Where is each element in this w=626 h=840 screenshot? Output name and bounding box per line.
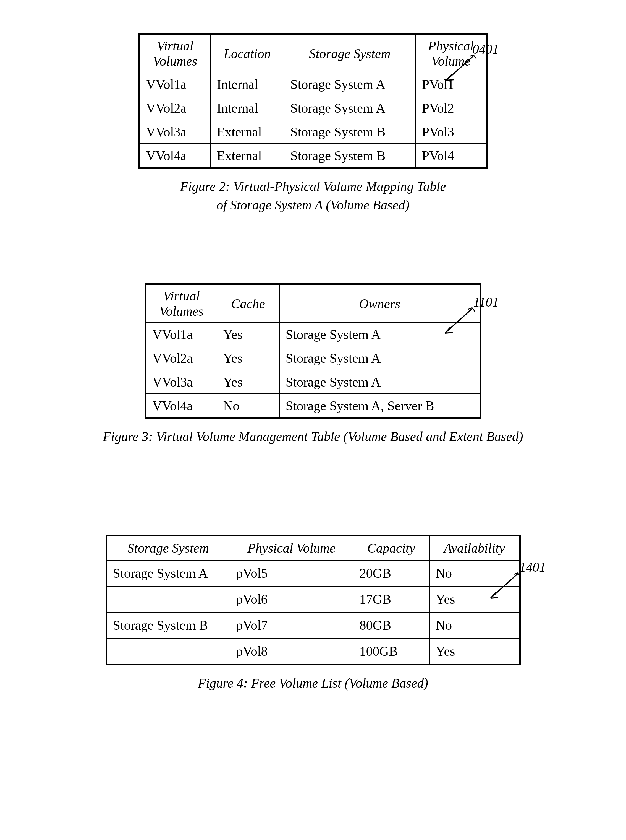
caption-line: of Storage System A (Volume Based) <box>216 198 409 212</box>
figure-4-caption: Figure 4: Free Volume List (Volume Based… <box>33 674 593 692</box>
figure-2-caption: Figure 2: Virtual-Physical Volume Mappin… <box>33 177 593 214</box>
cell: Internal <box>211 72 284 96</box>
cell: No <box>429 612 520 638</box>
cell: Storage System A <box>279 346 480 370</box>
cell: No <box>429 560 520 586</box>
table-row: VVol4a No Storage System A, Server B <box>146 394 480 418</box>
cell: VVol1a <box>146 322 217 346</box>
cell: Storage System B <box>106 612 230 638</box>
cell: 100GB <box>353 638 429 665</box>
table-row: VVol1a Yes Storage System A <box>146 322 480 346</box>
table-row: VVol3a Yes Storage System A <box>146 370 480 394</box>
cell: Yes <box>217 346 279 370</box>
cell: Yes <box>217 322 279 346</box>
col-header: Owners <box>279 284 480 322</box>
table-header-row: Virtual Volumes Location Storage System … <box>139 34 487 72</box>
table-row: Storage System B pVol7 80GB No <box>106 612 520 638</box>
cell: VVol3a <box>139 120 211 144</box>
cell: Storage System A, Server B <box>279 394 480 418</box>
cell: pVol6 <box>230 586 353 612</box>
cell: Storage System A <box>284 72 416 96</box>
col-header: Storage System <box>106 535 230 560</box>
table-row: VVol2a Yes Storage System A <box>146 346 480 370</box>
col-header: Location <box>211 34 284 72</box>
cell: VVol3a <box>146 370 217 394</box>
figure-4-table: Storage System Physical Volume Capacity … <box>106 535 521 666</box>
cell: pVol5 <box>230 560 353 586</box>
cell: External <box>211 144 284 168</box>
col-header: Storage System <box>284 34 416 72</box>
cell: 80GB <box>353 612 429 638</box>
cell: Yes <box>429 586 520 612</box>
cell: pVol8 <box>230 638 353 665</box>
cell: Yes <box>217 370 279 394</box>
cell <box>106 638 230 665</box>
cell: Yes <box>429 638 520 665</box>
cell: External <box>211 120 284 144</box>
figure-4-ref-label: 1401 <box>519 559 546 575</box>
cell: VVol4a <box>146 394 217 418</box>
cell: Storage System B <box>284 120 416 144</box>
cell: VVol2a <box>139 96 211 120</box>
cell <box>106 586 230 612</box>
cell: PVol2 <box>416 96 487 120</box>
col-header: Cache <box>217 284 279 322</box>
figure-2-block: Virtual Volumes Location Storage System … <box>33 33 593 214</box>
cell: VVol2a <box>146 346 217 370</box>
table-row: VVol3a External Storage System B PVol3 <box>139 120 487 144</box>
col-header: Virtual Volumes <box>139 34 211 72</box>
table-row: VVol1a Internal Storage System A PVol1 <box>139 72 487 96</box>
cell: Storage System B <box>284 144 416 168</box>
figure-3-table: Virtual Volumes Cache Owners VVol1a Yes … <box>145 283 482 419</box>
cell: 20GB <box>353 560 429 586</box>
cell: PVol1 <box>416 72 487 96</box>
table-header-row: Storage System Physical Volume Capacity … <box>106 535 520 560</box>
table-row: pVol8 100GB Yes <box>106 638 520 665</box>
cell: Storage System A <box>284 96 416 120</box>
figure-3-block: Virtual Volumes Cache Owners VVol1a Yes … <box>33 283 593 446</box>
cell: Storage System A <box>106 560 230 586</box>
figure-3-caption: Figure 3: Virtual Volume Management Tabl… <box>33 427 593 446</box>
table-row: VVol2a Internal Storage System A PVol2 <box>139 96 487 120</box>
cell: Storage System A <box>279 322 480 346</box>
caption-line: Figure 2: Virtual-Physical Volume Mappin… <box>180 179 446 194</box>
cell: Storage System A <box>279 370 480 394</box>
col-header: Availability <box>429 535 520 560</box>
cell: PVol4 <box>416 144 487 168</box>
cell: No <box>217 394 279 418</box>
cell: pVol7 <box>230 612 353 638</box>
table-row: Storage System A pVol5 20GB No <box>106 560 520 586</box>
cell: 17GB <box>353 586 429 612</box>
figure-2-table: Virtual Volumes Location Storage System … <box>138 33 488 169</box>
cell: VVol4a <box>139 144 211 168</box>
figure-3-ref-label: 1101 <box>473 294 499 309</box>
table-row: VVol4a External Storage System B PVol4 <box>139 144 487 168</box>
col-header: Virtual Volumes <box>146 284 217 322</box>
cell: Internal <box>211 96 284 120</box>
cell: PVol3 <box>416 120 487 144</box>
col-header: Physical Volume <box>230 535 353 560</box>
figure-2-ref-label: 0401 <box>472 41 499 57</box>
cell: VVol1a <box>139 72 211 96</box>
table-row: pVol6 17GB Yes <box>106 586 520 612</box>
table-header-row: Virtual Volumes Cache Owners <box>146 284 480 322</box>
figure-4-block: Storage System Physical Volume Capacity … <box>33 535 593 692</box>
col-header: Capacity <box>353 535 429 560</box>
